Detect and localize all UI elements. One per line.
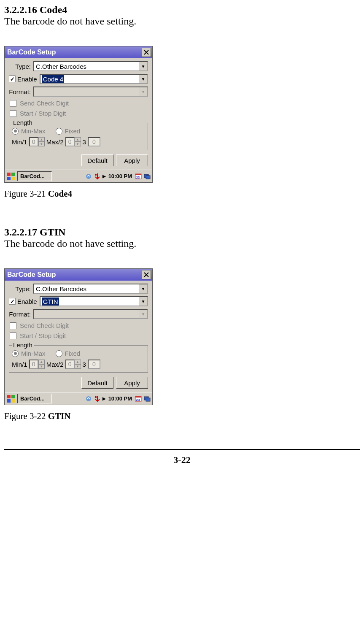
minmax-label: Min-Max <box>21 127 46 135</box>
three-input <box>88 137 100 146</box>
send-check-digit-label: Send Check Digit <box>20 322 69 329</box>
spin-up-icon: ▲ <box>75 137 81 142</box>
enable-label: Enable <box>17 298 37 305</box>
spin-down-icon: ▼ <box>38 364 45 369</box>
three-label: 3 <box>83 361 86 368</box>
type-label: Type: <box>9 63 31 70</box>
start-stop-digit-checkbox <box>10 333 16 339</box>
apply-button[interactable]: Apply <box>116 377 148 389</box>
default-button[interactable]: Default <box>81 377 113 389</box>
close-button[interactable] <box>142 48 151 57</box>
svg-rect-21 <box>146 398 150 401</box>
fixed-radio <box>56 128 62 135</box>
svg-rect-18 <box>135 396 141 398</box>
svg-point-15 <box>86 396 91 401</box>
figure-caption: Figure 3-22 GTIN <box>4 411 360 422</box>
svg-point-5 <box>94 173 96 175</box>
start-button[interactable] <box>6 171 16 181</box>
dropdown-arrow-icon: ▼ <box>139 297 147 306</box>
figure-caption: Figure 3-21 Code4 <box>4 189 360 199</box>
svg-rect-3 <box>11 177 15 180</box>
start-stop-digit-label: Start / Stop Digit <box>20 110 66 117</box>
format-dropdown: ▼ <box>33 309 148 319</box>
svg-rect-14 <box>11 399 15 403</box>
calendar-icon[interactable]: 23 <box>135 173 142 180</box>
windows-icon <box>7 395 15 403</box>
taskbar-item[interactable]: BarCod... <box>17 171 52 181</box>
enable-label: Enable <box>17 76 37 83</box>
window-title: BarCode Setup <box>7 271 56 279</box>
enable-checkbox[interactable]: ✓ <box>9 298 16 305</box>
svg-rect-7 <box>135 174 141 175</box>
start-stop-digit-checkbox <box>10 110 16 117</box>
max-spinner: ▲▼ <box>65 137 81 146</box>
max-label: Max/2 <box>46 361 64 368</box>
apply-button[interactable]: Apply <box>116 154 148 166</box>
fixed-label: Fixed <box>65 350 81 357</box>
tray-arrow-icon[interactable]: ▶ <box>102 174 106 179</box>
close-button[interactable] <box>142 270 151 279</box>
tray-icon[interactable] <box>94 173 101 180</box>
window-titlebar: BarCode Setup <box>5 46 152 58</box>
dropdown-arrow-icon: ▼ <box>139 62 147 70</box>
window-titlebar: BarCode Setup <box>5 269 152 281</box>
tray-arrow-icon[interactable]: ▶ <box>102 396 106 401</box>
tray-icon[interactable] <box>85 173 92 180</box>
svg-text:23: 23 <box>136 398 140 402</box>
svg-text:23: 23 <box>136 176 140 179</box>
min-input <box>29 137 38 146</box>
dropdown-arrow-icon: ▼ <box>139 284 147 293</box>
type-value: C.Other Barcodes <box>36 63 86 70</box>
svg-rect-2 <box>7 177 11 180</box>
min-spinner: ▲▼ <box>29 137 45 146</box>
minmax-radio <box>12 350 19 357</box>
format-label: Format: <box>9 311 31 318</box>
spin-down-icon: ▼ <box>75 364 81 369</box>
three-input <box>88 360 100 369</box>
svg-point-4 <box>86 174 91 179</box>
type-label: Type: <box>9 285 31 292</box>
tray-icon[interactable] <box>85 395 92 403</box>
svg-rect-13 <box>7 399 11 403</box>
desktop-icon[interactable] <box>143 395 151 403</box>
min-input <box>29 360 38 369</box>
spin-up-icon: ▲ <box>38 137 45 142</box>
spin-up-icon: ▲ <box>38 360 45 364</box>
type-dropdown[interactable]: C.Other Barcodes ▼ <box>33 61 148 71</box>
fixed-radio <box>56 350 62 357</box>
length-groupbox: Length Min-Max Fixed Min/1 ▲▼ Max/2 ▲▼ <box>9 123 148 150</box>
dropdown-arrow-icon: ▼ <box>139 310 147 318</box>
svg-point-16 <box>94 396 96 398</box>
taskbar: BarCod... ▶ 10:00 PM 23 <box>5 392 152 405</box>
three-label: 3 <box>83 138 86 146</box>
type-dropdown[interactable]: C.Other Barcodes ▼ <box>33 284 148 294</box>
start-button[interactable] <box>6 394 16 404</box>
section-number: 3.2.2.17 <box>4 227 37 238</box>
svg-rect-0 <box>7 173 11 176</box>
enable-checkbox[interactable]: ✓ <box>9 76 16 82</box>
barcode-dropdown[interactable]: GTIN ▼ <box>40 296 148 306</box>
taskbar-time: 10:00 PM <box>108 173 132 179</box>
default-button[interactable]: Default <box>81 154 113 166</box>
length-legend: Length <box>12 119 34 126</box>
svg-rect-1 <box>11 173 15 176</box>
barcode-value: Code 4 <box>42 75 64 83</box>
minmax-radio <box>12 128 19 135</box>
section-name: Code4 <box>40 4 67 15</box>
svg-rect-11 <box>7 395 11 398</box>
start-stop-digit-label: Start / Stop Digit <box>20 332 66 339</box>
tray-icon[interactable] <box>94 395 101 403</box>
three-input-wrap <box>88 137 100 146</box>
max-label: Max/2 <box>46 138 64 146</box>
barcode-dropdown[interactable]: Code 4 ▼ <box>40 74 148 84</box>
min-label: Min/1 <box>12 138 27 146</box>
send-check-digit-checkbox <box>10 322 16 329</box>
calendar-icon[interactable]: 23 <box>135 395 142 403</box>
barcode-value: GTIN <box>42 298 59 306</box>
spin-down-icon: ▼ <box>38 142 45 146</box>
section-desc: The barcode do not have setting. <box>4 238 360 249</box>
taskbar-item[interactable]: BarCod... <box>17 394 52 403</box>
desktop-icon[interactable] <box>143 173 151 180</box>
close-icon <box>144 50 149 55</box>
type-value: C.Other Barcodes <box>36 285 86 292</box>
